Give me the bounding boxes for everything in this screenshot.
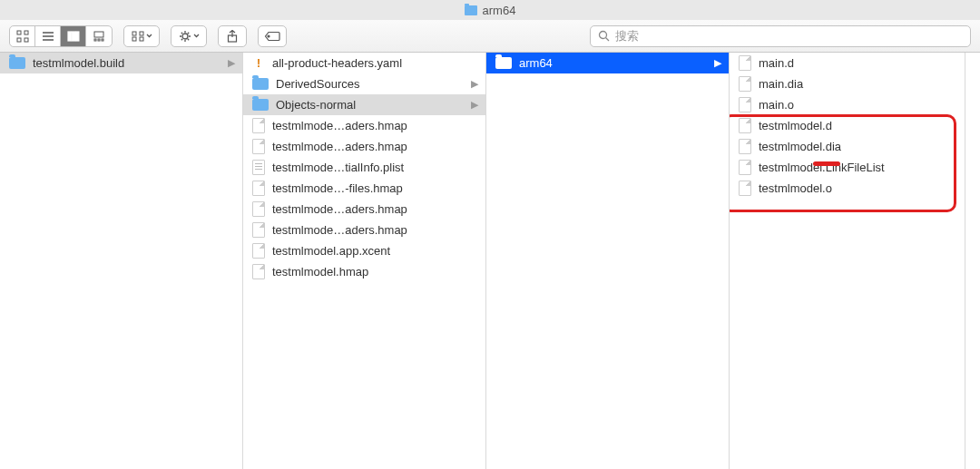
toolbar [0,20,980,53]
file-row[interactable]: testmlmodel.LinkFileList [730,157,965,178]
view-gallery-button[interactable] [86,26,112,46]
file-row[interactable]: testmlmodel.dia [730,136,965,157]
svg-line-22 [606,38,610,42]
item-label: main.o [759,98,956,112]
svg-rect-11 [94,39,96,41]
item-label: testmlmode…-files.hmap [272,181,476,195]
view-mode-group [9,25,113,47]
share-icon [227,30,238,43]
item-label: testmlmodel.build [33,56,233,70]
gear-icon [179,30,191,43]
item-label: testmlmode…tialInfo.plist [272,161,476,174]
file-row[interactable]: testmlmode…aders.hmap [243,220,485,240]
tag-icon [264,31,280,42]
svg-rect-8 [72,32,74,41]
chevron-down-icon [193,34,200,38]
file-icon [739,97,751,112]
file-row[interactable]: !all-product-headers.yaml [243,53,485,73]
folder-row[interactable]: testmlmodel.build▶ [0,53,242,73]
view-icon-grid-button[interactable] [10,26,35,46]
search-icon [598,30,610,42]
file-icon [739,139,751,154]
file-row[interactable]: testmlmode…aders.hmap [243,115,485,136]
column-2[interactable]: !all-product-headers.yamlDerivedSources▶… [243,53,486,469]
item-label: testmlmode…aders.hmap [272,119,476,132]
window-title: arm64 [483,4,516,17]
action-button[interactable] [171,25,207,47]
item-label: testmlmodel.app.xcent [272,244,476,258]
file-row[interactable]: testmlmode…tialInfo.plist [243,157,485,178]
svg-rect-9 [75,32,78,41]
file-icon [252,139,265,154]
file-icon [739,181,751,196]
file-row[interactable]: testmlmodel.app.xcent [243,240,485,261]
file-icon [252,243,265,259]
svg-rect-12 [98,39,100,41]
item-label: DerivedSources [276,77,476,91]
folder-row[interactable]: Objects-normal▶ [243,94,485,115]
view-list-button[interactable] [35,26,61,46]
svg-point-18 [182,34,188,39]
file-icon [252,264,265,279]
svg-rect-7 [68,32,71,41]
file-icon [739,118,751,133]
search-input[interactable] [615,29,963,43]
file-row[interactable]: main.d [730,53,965,73]
item-label: testmlmode…aders.hmap [272,202,476,216]
file-row[interactable]: main.dia [730,73,965,94]
annotation-mark [813,161,840,166]
folder-icon [9,57,25,69]
item-label: testmlmodel.hmap [272,265,476,278]
file-row[interactable]: testmlmodel.d [730,115,965,136]
svg-rect-14 [132,32,136,35]
item-label: arm64 [519,56,720,70]
svg-point-20 [268,35,270,37]
folder-icon [252,78,269,90]
file-row[interactable]: testmlmode…aders.hmap [243,136,485,157]
file-icon [252,222,265,238]
column-4[interactable]: main.dmain.diamain.otestmlmodel.dtestmlm… [730,53,965,469]
folder-row[interactable]: arm64▶ [486,53,729,73]
folder-row[interactable]: DerivedSources▶ [243,73,485,94]
item-label: testmlmodel.dia [759,140,956,153]
file-icon [252,118,265,133]
svg-rect-0 [17,31,21,34]
svg-rect-1 [24,31,28,34]
svg-rect-16 [132,37,136,41]
file-row[interactable]: main.o [730,94,965,115]
file-icon [739,160,751,175]
svg-rect-15 [140,32,143,35]
item-label: main.d [759,56,956,70]
file-row[interactable]: testmlmode…aders.hmap [243,199,485,220]
chevron-right-icon: ▶ [471,78,478,90]
svg-rect-2 [17,38,21,42]
yaml-icon: ! [252,55,265,71]
folder-icon [465,5,477,15]
svg-rect-17 [140,37,143,41]
item-label: testmlmodel.o [759,181,956,195]
view-column-button[interactable] [61,26,86,46]
chevron-down-icon [146,34,152,38]
file-row[interactable]: testmlmode…-files.hmap [243,178,485,199]
column-1[interactable]: testmlmodel.build▶ [0,53,243,469]
chevron-right-icon: ▶ [228,57,235,69]
search-box[interactable] [590,25,971,47]
file-row[interactable]: testmlmodel.o [730,178,965,199]
svg-rect-10 [94,32,103,37]
chevron-right-icon: ▶ [714,57,721,69]
plist-icon [252,160,265,175]
svg-rect-13 [102,39,103,41]
item-label: testmlmodel.LinkFileList [759,161,956,174]
item-label: testmlmode…aders.hmap [272,140,476,153]
file-row[interactable]: testmlmodel.hmap [243,261,485,282]
item-label: main.dia [759,77,956,91]
item-label: testmlmodel.d [759,119,956,132]
arrange-button[interactable] [123,25,160,47]
file-icon [252,201,265,217]
column-3[interactable]: arm64▶ [486,53,730,469]
file-icon [252,181,265,196]
share-button[interactable] [218,25,247,47]
file-icon [739,76,751,92]
tags-button[interactable] [258,25,287,47]
file-icon [739,55,751,71]
